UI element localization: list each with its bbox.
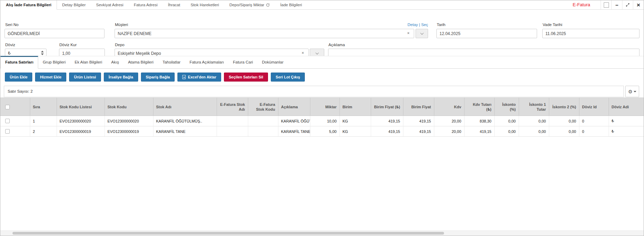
col-birim-fiyat-tl[interactable]: Birim Fiyat (₺) [371,98,403,116]
urun-listesi-button[interactable]: Ürün Listesi [69,73,101,82]
minimize-icon: − [616,2,619,8]
col-efatura-stok-kodu[interactable]: E-Fatura Stok Kodu [248,98,278,116]
tab-grup-bilgileri[interactable]: Grup Bilgileri [38,56,70,68]
seri-lot-cikis-button[interactable]: Seri Lot Çıkış [271,73,305,82]
sec-link[interactable]: Seç [421,23,428,27]
cell-sira: 1 [30,116,57,126]
cell-birim-fiyat: 419,15 [403,126,434,137]
cell-iskonto-1-tutar: 0,00 [519,126,549,137]
urun-ekle-button[interactable]: Ürün Ekle [5,73,32,82]
col-stok-adi[interactable]: Stok Adı [153,98,217,116]
cell-stok-adi: KARANFİL ÖĞÜTÜLMÜŞ.. [153,116,217,126]
tab-fatura-cari[interactable]: Fatura Cari [228,56,258,68]
table-row[interactable]: 2 EVO12300000019 EVO12300000019 KARANFİL… [0,126,644,137]
row-checkbox[interactable] [5,119,10,123]
window-tab-bar: Alış İade Fatura Bilgileri Detay Bilgile… [0,0,644,10]
detail-tab-bar: Fatura Satırları Grup Bilgileri Ek Alan … [0,56,644,69]
col-iskonto-yuzde[interactable]: İskonto (%) [494,98,519,116]
col-birim[interactable]: Birim [340,98,371,116]
tab-atama-bilgileri[interactable]: Atama Bilgileri [124,56,158,68]
vade-tarihi-input[interactable] [542,29,639,38]
col-sira[interactable]: Sıra [30,98,57,116]
col-doviz-id[interactable]: Döviz Id [579,98,609,116]
tarih-input[interactable] [436,29,537,38]
tab-alis-iade-fatura-bilgileri[interactable]: Alış İade Fatura Bilgileri [0,0,57,10]
cell-doviz-adi: ₺ [609,116,644,126]
tab-ek-alan-bilgileri[interactable]: Ek Alan Bilgileri [70,56,107,68]
secilen-satirlari-sil-button[interactable]: Seçilen Satırları Sil [224,73,268,82]
invoice-header-form: Seri No Müşteri Detay | Seç × Tarih Vade… [0,10,644,56]
aciklama-label: Açıklama [328,43,345,47]
irsaliye-bagla-button[interactable]: İrsaliye Bağla [104,73,138,82]
siparis-bagla-button[interactable]: Sipariş Bağla [141,73,175,82]
col-iskonto-1-tutar[interactable]: İskonto 1 Tutar [519,98,549,116]
depo-clear-icon[interactable]: × [302,51,304,55]
col-iskonto-2-yuzde[interactable]: İskonto 2 (%) [549,98,579,116]
tab-depo-siparis-miktar[interactable]: Depo/Sipariş Miktar [224,0,275,9]
col-stok-kodu-listesi[interactable]: Stok Kodu Listesi [57,98,104,116]
cell-efatura-stok-adi [217,126,248,137]
cell-doviz-id: 0 [579,126,609,137]
musteri-dropdown-button[interactable] [416,29,428,38]
col-kdv-tutari[interactable]: Kdv Tutarı (₺) [464,98,494,116]
grid-header-row: Sıra Stok Kodu Listesi Stok Kodu Stok Ad… [0,98,644,116]
cell-birim: KG [340,126,371,137]
col-stok-kodu[interactable]: Stok Kodu [104,98,153,116]
cell-kdv-tutari: 838,30 [464,116,494,126]
minimize-button[interactable]: − [611,0,622,9]
col-kdv[interactable]: Kdv [434,98,464,116]
musteri-clear-icon[interactable]: × [407,31,409,35]
chevron-down-icon [315,51,319,54]
tab-sevkiyat-adresi[interactable]: Sevkiyat Adresi [91,0,129,9]
close-button[interactable]: × [633,0,644,9]
cell-iskonto-yuzde: 0,00 [494,126,519,137]
depo-label: Depo [115,43,125,47]
cell-efatura-stok-kodu [248,126,278,137]
cell-iskonto-2-yuzde: 0,00 [549,116,579,126]
detay-link[interactable]: Detay [408,23,418,27]
window-controls: E-Fatura − × [572,0,644,9]
cell-aciklama: KARANFİL ÖĞÜT [278,116,310,126]
tab-akis[interactable]: Akış [107,56,123,68]
tab-ihracat[interactable]: İhracat [163,0,185,9]
pin-button[interactable] [601,0,611,9]
tab-dokumanlar[interactable]: Dokümanlar [258,56,288,68]
tab-fatura-adresi[interactable]: Fatura Adresi [128,0,162,9]
col-aciklama[interactable]: Açıklama [278,98,310,116]
tab-stok-hareketleri[interactable]: Stok Hareketleri [185,0,224,9]
tab-detay-bilgiler[interactable]: Detay Bilgiler [57,0,91,9]
cell-stok-kodu-listesi: EVO12300000020 [57,116,104,126]
table-row[interactable]: 1 EVO12300000020 EVO12300000020 KARANFİL… [0,116,644,126]
spinner-icon[interactable] [41,51,44,55]
seri-no-input[interactable] [5,29,104,38]
excel-file-icon: x [182,75,186,79]
tab-iade-bilgileri[interactable]: İade Bilgileri [275,0,307,9]
gear-icon: ⚙ [628,89,633,94]
row-count-box: Satır Sayısı: 2 [4,86,624,97]
horizontal-scrollbar[interactable] [0,230,644,236]
cell-iskonto-1-tutar: 0,00 [519,116,549,126]
excelden-aktar-label: Excel'den Aktar [188,75,216,79]
cell-birim-fiyat-tl: 419,15 [371,116,403,126]
tab-fatura-aciklamalari[interactable]: Fatura Açıklamaları [185,56,228,68]
cell-sira: 2 [30,126,57,137]
col-doviz-adi[interactable]: Döviz Adi [609,98,644,116]
cell-birim-fiyat: 419,15 [403,116,434,126]
scrollbar-thumb[interactable] [12,232,444,235]
maximize-button[interactable] [622,0,633,9]
row-checkbox[interactable] [5,129,10,134]
tab-fatura-satirlari[interactable]: Fatura Satırları [0,56,38,69]
musteri-links: Detay | Seç [375,23,428,27]
musteri-input[interactable] [115,29,414,38]
select-all-checkbox[interactable] [5,105,10,109]
col-miktar[interactable]: Miktar [310,98,340,116]
caret-down-icon [634,91,636,92]
cell-birim-fiyat-tl: 419,15 [371,126,403,137]
tab-tahsilatlar[interactable]: Tahsilatlar [158,56,185,68]
col-efatura-stok-adi[interactable]: E-Fatura Stok Adı [217,98,248,116]
hizmet-ekle-button[interactable]: Hizmet Ekle [35,73,66,82]
col-birim-fiyat[interactable]: Birim Fiyat [403,98,434,116]
excelden-aktar-button[interactable]: x Excel'den Aktar [177,73,221,82]
cell-stok-kodu: EVO12300000020 [104,116,153,126]
grid-settings-button[interactable]: ⚙ [625,86,639,97]
